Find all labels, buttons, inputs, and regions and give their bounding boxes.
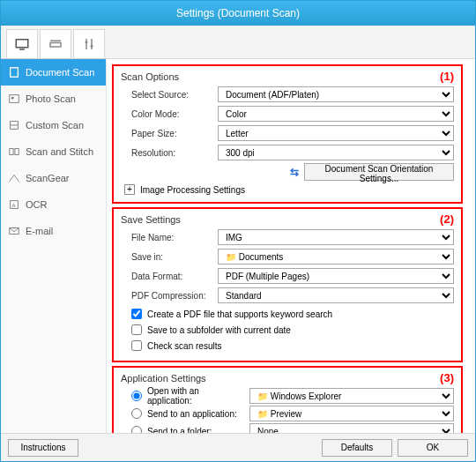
orientation-settings-button[interactable]: Document Scan Orientation Settings...: [304, 163, 454, 181]
paper-size-combo[interactable]: Letter: [218, 125, 454, 141]
sidebar-item-label: Photo Scan: [26, 93, 76, 104]
send-app-combo[interactable]: 📁 Preview: [249, 406, 454, 421]
svg-rect-0: [16, 40, 28, 48]
tab-scan-from-panel[interactable]: [40, 29, 71, 58]
sidebar-item-ocr[interactable]: A OCR: [1, 191, 106, 218]
data-format-label: Data Format:: [121, 272, 218, 281]
svg-rect-14: [15, 149, 19, 155]
svg-point-10: [11, 97, 14, 100]
open-with-combo[interactable]: 📁 Windows Explorer: [249, 388, 454, 404]
sidebar-item-scan-and-stitch[interactable]: Scan and Stitch: [1, 138, 106, 165]
svg-rect-2: [50, 43, 61, 48]
data-format-combo[interactable]: PDF (Multiple Pages): [218, 268, 454, 284]
sidebar: Document Scan Photo Scan Custom Scan Sca…: [1, 59, 107, 433]
chk-scan-results-box[interactable]: [131, 340, 142, 351]
defaults-button[interactable]: Defaults: [322, 439, 392, 457]
window-title: Settings (Document Scan): [176, 7, 300, 19]
scan-options-title: Scan Options: [121, 71, 454, 82]
select-source-label: Select Source:: [121, 90, 218, 100]
svg-rect-9: [10, 95, 19, 103]
sidebar-item-label: Document Scan: [26, 67, 94, 78]
file-name-combo[interactable]: IMG: [218, 229, 454, 245]
radio-send-app[interactable]: [131, 408, 142, 419]
sidebar-item-label: OCR: [26, 199, 47, 210]
save-in-label: Save in:: [121, 252, 218, 262]
custom-icon: [8, 119, 20, 131]
sidebar-item-photo-scan[interactable]: Photo Scan: [1, 86, 106, 112]
sidebar-item-custom-scan[interactable]: Custom Scan: [1, 112, 106, 138]
resolution-combo[interactable]: 300 dpi: [218, 145, 454, 160]
send-folder-combo[interactable]: None: [249, 423, 454, 433]
reset-icon[interactable]: ⇆: [290, 166, 299, 178]
sidebar-item-label: Scan and Stitch: [26, 146, 93, 157]
svg-point-6: [86, 41, 88, 43]
sidebar-item-document-scan[interactable]: Document Scan: [1, 59, 106, 86]
color-mode-combo[interactable]: Color: [218, 106, 454, 122]
svg-point-7: [91, 45, 93, 48]
tools-icon: [81, 36, 97, 52]
stitch-icon: [8, 145, 20, 158]
chk-scan-results[interactable]: Check scan results: [121, 338, 454, 354]
photo-icon: [8, 93, 20, 105]
svg-text:A: A: [11, 202, 16, 208]
document-icon: [8, 66, 20, 78]
titlebar: Settings (Document Scan): [1, 1, 475, 26]
section-marker-2: (2): [440, 212, 454, 226]
monitor-icon: [14, 36, 30, 52]
save-in-combo[interactable]: 📁 Documents: [218, 249, 454, 265]
radio-send-folder[interactable]: [131, 426, 142, 433]
sidebar-item-email[interactable]: E-mail: [1, 218, 106, 244]
scan-options-group: (1) Scan Options Select Source: Document…: [112, 64, 463, 204]
pdf-compression-combo[interactable]: Standard: [218, 287, 454, 303]
chk-keyword-search[interactable]: Create a PDF file that supports keyword …: [121, 306, 454, 322]
chk-keyword-search-box[interactable]: [131, 309, 142, 319]
section-marker-1: (1): [440, 70, 454, 83]
ocr-icon: A: [8, 198, 20, 211]
radio-open-with[interactable]: [131, 391, 142, 401]
tab-general[interactable]: [73, 29, 105, 58]
expander-label: Image Processing Settings: [140, 185, 245, 195]
file-name-label: File Name:: [121, 233, 218, 242]
select-source-combo[interactable]: Document (ADF/Platen): [218, 86, 454, 102]
main-area: Document Scan Photo Scan Custom Scan Sca…: [1, 59, 475, 433]
sidebar-item-scangear[interactable]: ScanGear: [1, 165, 106, 191]
color-mode-label: Color Mode:: [121, 109, 218, 119]
svg-rect-8: [11, 68, 19, 78]
instructions-button[interactable]: Instructions: [8, 439, 78, 457]
settings-window: Settings (Document Scan) Document Scan: [0, 0, 476, 462]
scangear-icon: [8, 172, 20, 184]
image-processing-expander[interactable]: + Image Processing Settings: [121, 184, 454, 195]
sidebar-item-label: ScanGear: [26, 173, 70, 183]
footer-bar: Instructions Defaults OK: [1, 433, 475, 461]
sidebar-item-label: Custom Scan: [26, 120, 84, 130]
application-settings-group: (3) Application Settings Open with an ap…: [112, 366, 463, 433]
tab-scan-from-computer[interactable]: [6, 29, 38, 58]
window-body: Document Scan Photo Scan Custom Scan Sca…: [1, 26, 475, 433]
paper-size-label: Paper Size:: [121, 129, 218, 138]
save-settings-title: Save Settings: [121, 214, 454, 225]
ok-button[interactable]: OK: [398, 439, 468, 457]
svg-rect-13: [10, 149, 13, 155]
chk-subfolder-date[interactable]: Save to a subfolder with current date: [121, 322, 454, 338]
email-icon: [8, 225, 20, 237]
section-marker-3: (3): [440, 371, 454, 384]
resolution-label: Resolution:: [121, 148, 218, 158]
content-pane[interactable]: (1) Scan Options Select Source: Document…: [107, 59, 475, 433]
sidebar-item-label: E-mail: [26, 226, 53, 236]
chk-subfolder-box[interactable]: [131, 324, 142, 335]
pdf-compression-label: PDF Compression:: [121, 291, 218, 301]
top-tabstrip: [1, 26, 475, 59]
application-settings-title: Application Settings: [121, 373, 454, 384]
scanner-icon: [48, 36, 63, 52]
save-settings-group: (2) Save Settings File Name: IMG Save in…: [112, 207, 463, 362]
plus-icon: +: [124, 184, 135, 195]
